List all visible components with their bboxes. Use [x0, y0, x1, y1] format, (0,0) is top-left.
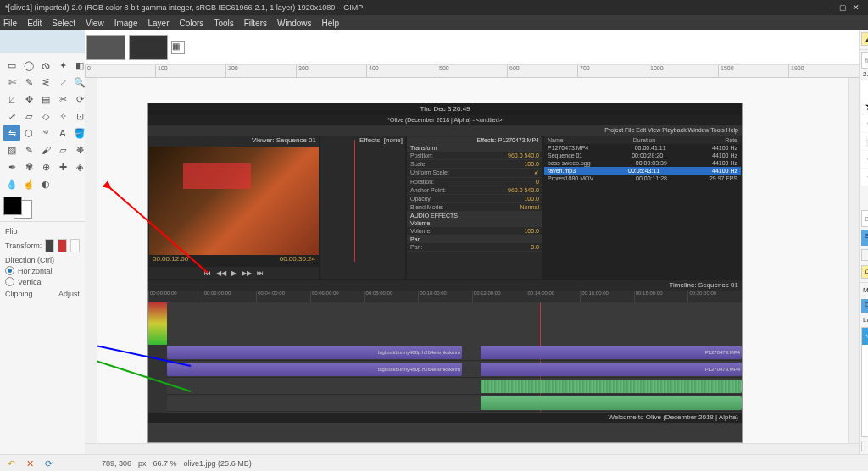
brush-item[interactable]: ★ [861, 97, 868, 114]
layers-action-row [860, 439, 868, 454]
brush-item[interactable]: ❊ [861, 169, 868, 186]
toolbox: ▭ ◯ ᔔ ✦ ◧ ✄ ✎ ᓬ ⟋ 🔍 ⟀ ✥ ▤ ✂ ⟳ ⤢ ▱ ◇ ✧ ⊡ … [0, 53, 85, 191]
menu-select[interactable]: Select [52, 19, 75, 28]
tool-eraser[interactable]: ▱ [54, 141, 71, 158]
close-button[interactable]: ✕ [849, 3, 863, 12]
image-thumb-1[interactable] [86, 35, 125, 60]
ruler-vertical [85, 78, 97, 443]
fg-color-swatch[interactable] [3, 197, 22, 215]
menu-edit[interactable]: Edit [27, 19, 42, 28]
menu-file[interactable]: File [3, 19, 17, 28]
radio-vertical-row[interactable]: Vertical [5, 277, 80, 286]
canvas[interactable]: Thu Dec 3 20:49 *Olive (December 2018 | … [97, 78, 848, 443]
tool-blur[interactable]: 💧 [3, 175, 20, 192]
clipping-label: Clipping [5, 290, 33, 298]
olive-fx-viewer: Effects: [none] [320, 136, 406, 280]
menu-windows[interactable]: Windows [277, 19, 312, 28]
menu-image[interactable]: Image [114, 19, 138, 28]
menu-filters[interactable]: Filters [244, 19, 267, 28]
menu-layer[interactable]: Layer [147, 19, 169, 28]
radio-vertical[interactable] [5, 277, 14, 286]
tool-measure[interactable]: ⟀ [3, 91, 20, 108]
mode-label: Mode [863, 286, 868, 294]
redo-icon[interactable]: ✕ [24, 457, 36, 469]
clipping-value[interactable]: Adjust [58, 290, 80, 298]
radio-horizontal[interactable] [5, 266, 14, 275]
canvas-scrollbar-vertical[interactable] [848, 78, 859, 443]
transform-path-btn[interactable] [70, 239, 80, 252]
tool-gradient[interactable]: ▨ [3, 141, 20, 158]
brush-item[interactable] [861, 80, 868, 97]
zoom-select[interactable]: 66.7 % [153, 459, 177, 468]
refresh-icon[interactable]: ⟳ [42, 457, 54, 469]
fg-bg-swatches[interactable] [0, 191, 85, 221]
tool-move[interactable]: ✥ [20, 91, 37, 108]
svg-line-2 [97, 353, 191, 391]
statusbar: ↶ ✕ ⟳ 789, 306 px 66.7 % olive1.jpg (25.… [0, 454, 868, 471]
tool-shear[interactable]: ▱ [20, 108, 37, 125]
tool-foreground[interactable]: ✎ [20, 74, 37, 91]
olive-project-bin: NameDurationRate P1270473.MP400:00:41:11… [543, 136, 742, 280]
eye-icon[interactable]: 👁 [865, 331, 868, 341]
radio-horizontal-row[interactable]: Horizontal [5, 266, 80, 275]
tool-heal[interactable]: ✚ [54, 158, 71, 175]
brush-item[interactable]: ✿ [861, 115, 868, 132]
brush-filter-dropdown[interactable]: filter▾ [861, 52, 868, 69]
olive-tc-right: 00:00:30:24 [280, 255, 315, 267]
tool-clone[interactable]: ⊕ [37, 158, 54, 175]
fx-transform-hdr: Transform [407, 144, 542, 152]
radio-horizontal-label: Horizontal [18, 267, 53, 275]
tool-mypaint[interactable]: ✾ [20, 158, 37, 175]
menu-colors[interactable]: Colors [179, 19, 203, 28]
brush-filter-placeholder: filter [865, 57, 868, 64]
tool-ellipse-select[interactable]: ◯ [20, 57, 37, 74]
tool-unified[interactable]: ✧ [54, 108, 71, 125]
tool-ink[interactable]: ✒ [3, 158, 20, 175]
spacing-slider[interactable]: Spacing 10.0 [861, 230, 868, 246]
menu-tools[interactable]: Tools [214, 19, 233, 28]
layers-list: 👁 olive1.jpg [861, 327, 868, 437]
tool-color-picker[interactable]: ⟋ [54, 74, 71, 91]
layer-row[interactable]: 👁 olive1.jpg [862, 328, 868, 345]
unit-select[interactable]: px [138, 459, 147, 468]
brush-item[interactable]: ░░ [861, 133, 868, 150]
tool-pencil[interactable]: ✎ [20, 141, 37, 158]
brush-name-label: 2. Hardness 050 (51 × 51) [860, 70, 868, 78]
tool-align[interactable]: ▤ [37, 91, 54, 108]
tool-paintbrush[interactable]: 🖌 [37, 141, 54, 158]
tool-paths[interactable]: ᓬ [37, 74, 54, 91]
tool-scale[interactable]: ⤢ [3, 108, 20, 125]
left-dock: ▭ ◯ ᔔ ✦ ◧ ✄ ✎ ᓬ ⟋ 🔍 ⟀ ✥ ▤ ✂ ⟳ ⤢ ▱ ◇ ✧ ⊡ … [0, 30, 85, 454]
opacity-slider[interactable]: Opacity 100.0 [861, 299, 868, 313]
menu-view[interactable]: View [86, 19, 104, 28]
tab-layers-icon[interactable]: 🗂 [861, 265, 868, 279]
tool-smudge[interactable]: ☝ [20, 175, 37, 192]
brush-preset-dropdown[interactable]: Basic▾ [861, 210, 868, 227]
tool-perspective[interactable]: ◇ [37, 108, 54, 125]
new-layer-icon[interactable] [861, 441, 868, 452]
tab-brushes-icon[interactable]: 🖌 [861, 32, 868, 46]
canvas-scrollbar-horizontal[interactable] [85, 443, 859, 454]
tool-warp[interactable]: ༄ [37, 125, 54, 141]
status-file: olive1.jpg (25.6 MB) [184, 459, 252, 468]
brush-item[interactable]: ❉ [861, 151, 868, 168]
single-window-toggle-icon[interactable]: ▦ [171, 41, 185, 54]
minimize-button[interactable]: — [822, 3, 836, 12]
tool-scissors[interactable]: ✄ [3, 74, 20, 91]
tool-rect-select[interactable]: ▭ [3, 57, 20, 74]
transform-selection-btn[interactable] [58, 239, 67, 252]
edit-brush-icon[interactable] [861, 249, 868, 261]
tool-free-select[interactable]: ᔔ [37, 57, 54, 74]
image-thumb-2[interactable] [129, 35, 168, 60]
tool-flip[interactable]: ⇋ [3, 125, 20, 141]
undo-icon[interactable]: ↶ [5, 457, 17, 469]
tool-fuzzy-select[interactable]: ✦ [54, 57, 71, 74]
tool-cage[interactable]: ⬡ [20, 125, 37, 141]
right-dock: 🖌 ▦ Aa 🕑 filter▾ 2. Hardness 050 (51 × 5… [859, 30, 868, 454]
tool-crop[interactable]: ✂ [54, 91, 71, 108]
tool-dodge[interactable]: ◐ [37, 175, 54, 192]
menu-help[interactable]: Help [322, 19, 340, 28]
transform-layer-btn[interactable] [45, 239, 54, 252]
tool-text[interactable]: A [54, 125, 71, 141]
maximize-button[interactable]: ▢ [836, 3, 849, 12]
